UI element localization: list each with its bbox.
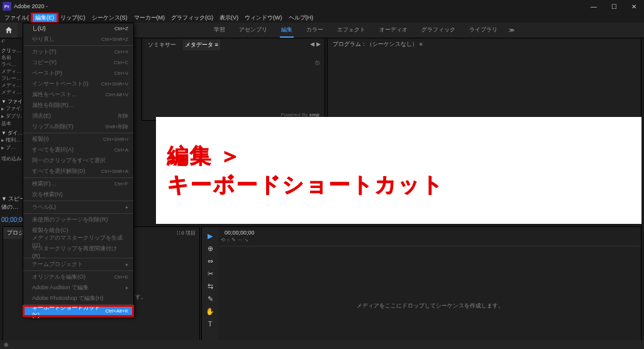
timeline-header-icons[interactable]: ⟲ ∩ ✎ ↔ ↘ <box>221 237 248 243</box>
tab-metadata[interactable]: メタデータ ≡ <box>183 40 220 50</box>
li[interactable]: 権利… <box>0 136 23 144</box>
ws-assembly[interactable]: アセンブリ <box>238 23 269 38</box>
menu-item: チームプロジェクト <box>23 259 133 270</box>
menu-file[interactable]: ファイル( <box>1 13 32 23</box>
ripple-tool-icon[interactable]: ⇔ <box>204 256 216 266</box>
menu-sequence[interactable]: シーケンス(S) <box>89 13 131 23</box>
menu-item-label: 同一のクリップをすべて選択 <box>32 157 106 165</box>
menu-item-shortcut: Ctrl+Alt+V <box>106 92 128 97</box>
left-search-row[interactable]: 𝒪 <box>0 38 23 45</box>
left-group-dyn[interactable]: ▼ ダイ… <box>0 130 23 136</box>
ws-overflow[interactable]: ≫ <box>509 27 514 33</box>
status-bar: ⊕ <box>0 340 644 349</box>
menu-marker[interactable]: マーカー(M) <box>131 13 169 23</box>
li: メディ… <box>0 82 23 89</box>
window-controls: — ☐ ✕ <box>584 0 644 13</box>
menu-separator <box>23 177 133 178</box>
app-icon: Pr <box>3 2 11 11</box>
annotation-line1: 編集 ＞ <box>167 141 641 170</box>
menu-separator <box>23 133 133 133</box>
src-nav[interactable]: ◀ ▶ <box>310 41 321 47</box>
menu-item-label: 検索(F)… <box>32 180 57 188</box>
menu-item: カット(T)Ctrl+X <box>23 47 133 57</box>
razor-tool-icon[interactable]: ✂ <box>204 269 216 279</box>
menu-item-label: マスタークリップを再度関連付け(R)… <box>32 245 128 259</box>
ws-color[interactable]: カラー <box>305 23 325 38</box>
menu-edit[interactable]: 編集(E) <box>32 13 57 23</box>
menu-item-shortcut: Shift+削除 <box>105 123 128 130</box>
source-metadata-panel: ソミキサー メタデータ ≡ ◀ ▶ ⦸ Powered By xmp <box>142 38 325 121</box>
left-group-file[interactable]: ▼ ファイ… <box>0 98 23 105</box>
menu-item-shortcut: Ctrl+X <box>114 49 128 55</box>
speed-line2: 値の… <box>1 204 18 210</box>
slip-tool-icon[interactable]: ⇆ <box>204 281 216 291</box>
close-button[interactable]: ✕ <box>624 0 644 13</box>
menu-item[interactable]: し(U)Ctrl+Z <box>23 23 133 34</box>
selection-tool-icon[interactable]: ▶ <box>204 231 216 241</box>
menu-help[interactable]: ヘルプ(H) <box>286 13 317 23</box>
timeline-panel: ▶ ⊕ ⇔ ✂ ⇆ ✎ ✋ T 00;00;00;00 ⟲ ∩ ✎ ↔ ↘ メデ… <box>201 226 641 349</box>
menu-item: 属性をペースト…Ctrl+Alt+V <box>23 89 133 100</box>
menu-clip[interactable]: リップ(C) <box>57 13 89 23</box>
menu-item[interactable]: キーボードショートカット(K)…Ctrl+Alt+K <box>23 306 133 316</box>
left-group-clip: クリッ… <box>0 47 23 54</box>
edit-menu-dropdown: し(U)Ctrl+Zやり直しCtrl+Shift+Zカット(T)Ctrl+Xコピ… <box>23 23 134 317</box>
li: メディ… <box>0 68 23 75</box>
menu-item-shortcut: Ctrl+F <box>114 181 128 187</box>
menu-separator <box>23 201 133 201</box>
ws-edit[interactable]: 編集 <box>280 23 294 38</box>
tab-source-mixer[interactable]: ソミキサー <box>146 40 178 50</box>
menu-item-label: リップル削除(T) <box>32 123 74 131</box>
menu-item-label: すべてを選択解除(D) <box>32 167 86 175</box>
home-button[interactable] <box>0 23 18 38</box>
menu-item: 未使用のフッテージを削除(R) <box>23 214 133 225</box>
menu-bar: ファイル( 編集(E) リップ(C) シーケンス(S) マーカー(M) グラフィ… <box>0 13 644 23</box>
ws-graphic[interactable]: グラフィック <box>420 23 457 38</box>
menu-item-label: インサートペースト(I) <box>32 80 89 88</box>
pen-tool-icon[interactable]: ✎ <box>204 294 216 304</box>
menu-item-label: コピー(Y) <box>32 58 57 67</box>
menu-graphic[interactable]: グラフィック(G) <box>168 13 216 23</box>
li: 埋め込み… <box>0 155 23 162</box>
menu-item-label: し(U) <box>32 25 46 33</box>
timeline-timecode[interactable]: 00;00;00;00 <box>219 227 641 238</box>
li[interactable]: プ… <box>0 144 23 152</box>
menu-item: すべてを選択(A)Ctrl+A <box>23 145 133 155</box>
menu-separator <box>23 213 133 214</box>
menu-item-shortcut: 削除 <box>118 113 128 119</box>
tool-column: ▶ ⊕ ⇔ ✂ ⇆ ✎ ✋ T <box>202 227 218 349</box>
menu-item: 複製(I)Ctrl+Shift+/ <box>23 134 133 145</box>
menu-item-label: キーボードショートカット(K)… <box>32 304 106 318</box>
li[interactable]: ダブリ… <box>0 113 23 120</box>
menu-item: ラベル(L) <box>23 202 133 213</box>
timeline-placeholder: メディアをここにドロップしてシーケンスを作成します。 <box>219 246 641 349</box>
type-tool-icon[interactable]: T <box>204 319 216 329</box>
menu-item-label: ラベル(L) <box>32 203 56 211</box>
menu-item-shortcut: Ctrl+Shift+A <box>101 169 128 174</box>
maximize-button[interactable]: ☐ <box>604 0 624 13</box>
menu-item-label: チームプロジェクト <box>32 260 83 269</box>
menu-item-label: Adobe Photoshop で編集(H) <box>32 294 104 302</box>
ws-audio[interactable]: オーディオ <box>378 23 409 38</box>
menu-item-shortcut: Ctrl+Shift+/ <box>103 136 128 142</box>
menu-item-shortcut: Ctrl+E <box>114 274 128 280</box>
ws-library[interactable]: ライブラリ <box>468 23 499 38</box>
li: ラベ… <box>0 61 23 68</box>
menu-view[interactable]: 表示(V) <box>216 13 242 23</box>
minimize-button[interactable]: — <box>584 0 604 13</box>
menu-item: すべてを選択解除(D)Ctrl+Shift+A <box>23 166 133 177</box>
menu-item: 同一のクリップをすべて選択 <box>23 155 133 166</box>
track-select-tool-icon[interactable]: ⊕ <box>204 243 216 253</box>
menu-item-shortcut: Ctrl+Alt+K <box>106 308 128 314</box>
menu-item: 検索(F)…Ctrl+F <box>23 179 133 189</box>
home-icon <box>4 26 13 35</box>
li[interactable]: ファイ… <box>0 105 23 113</box>
menu-separator <box>23 270 133 271</box>
ws-effect[interactable]: エフェクト <box>336 23 367 38</box>
menu-item-label: 複製(I) <box>32 135 49 143</box>
menu-window[interactable]: ウィンドウ(W) <box>242 13 286 23</box>
annotation-overlay: 編集 ＞ キーボードショートカット <box>156 117 641 224</box>
menu-item: やり直しCtrl+Shift+Z <box>23 34 133 45</box>
hand-tool-icon[interactable]: ✋ <box>204 306 216 316</box>
ws-learn[interactable]: 学習 <box>213 23 226 38</box>
